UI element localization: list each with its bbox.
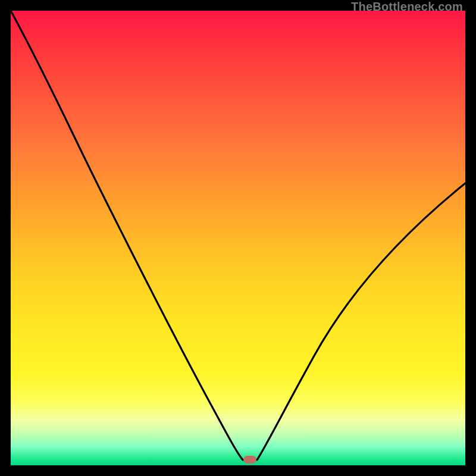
bottleneck-curve <box>11 11 465 460</box>
chart-frame: TheBottleneck.com <box>0 0 476 476</box>
curve-svg <box>11 11 465 465</box>
optimal-marker <box>243 456 256 464</box>
plot-area <box>11 11 465 465</box>
